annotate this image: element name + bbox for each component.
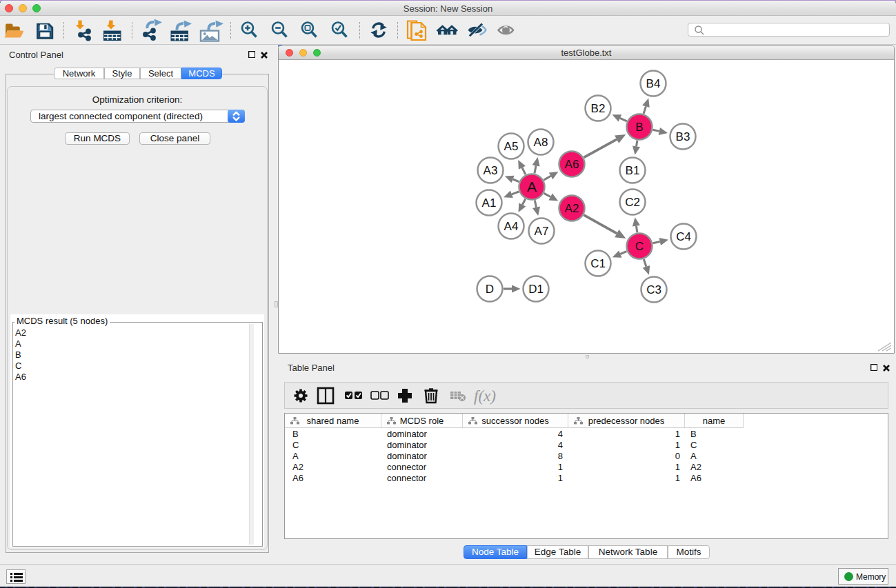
svg-text:B3: B3 [676,130,690,143]
svg-text:A: A [527,179,537,194]
svg-text:B2: B2 [591,102,606,115]
svg-text:B1: B1 [626,164,640,177]
svg-text:C1: C1 [590,257,606,270]
svg-text:D: D [486,283,494,296]
svg-text:C2: C2 [625,196,640,209]
svg-text:A5: A5 [504,140,519,153]
svg-text:A6: A6 [565,158,579,171]
svg-text:A2: A2 [565,202,579,215]
svg-text:A7: A7 [535,225,549,238]
svg-text:A1: A1 [482,196,497,210]
svg-text:B: B [635,121,643,134]
svg-text:C4: C4 [676,230,691,243]
svg-text:A4: A4 [504,220,519,233]
svg-text:D1: D1 [528,283,544,296]
svg-text:C: C [635,240,644,253]
svg-text:f(x): f(x) [474,387,496,405]
svg-text:A8: A8 [534,136,548,149]
svg-text:B4: B4 [646,77,661,90]
svg-text:A3: A3 [484,164,498,177]
svg-text:C3: C3 [646,283,661,296]
